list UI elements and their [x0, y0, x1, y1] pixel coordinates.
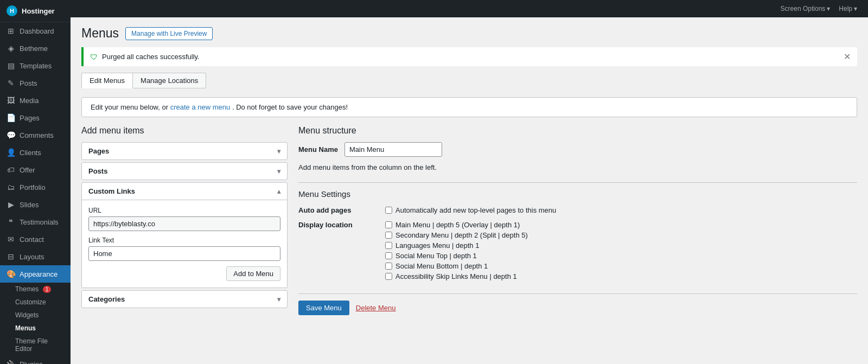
display-location-label: Display location — [298, 219, 385, 285]
plugins-icon: 🔌 — [7, 360, 15, 364]
screen-options-button[interactable]: Screen Options ▾ — [776, 5, 835, 12]
sidebar-item-label: Slides — [20, 201, 39, 209]
accordion-categories: Categories ▾ — [81, 290, 288, 308]
url-row: URL — [88, 207, 280, 231]
location-languages-menu-checkbox[interactable] — [385, 242, 392, 249]
sidebar-item-label: Layouts — [20, 253, 44, 261]
success-notice: 🛡 Purged all caches successfully. ✕ — [81, 47, 857, 66]
templates-icon: ▤ — [7, 61, 15, 70]
location-social-bottom-label: Social Menu Bottom | depth 1 — [395, 262, 488, 270]
sidebar-item-comments[interactable]: 💬 Comments — [0, 126, 71, 144]
url-input[interactable] — [88, 216, 280, 231]
menu-empty-note: Add menu items from the column on the le… — [298, 163, 857, 171]
screen-options-label: Screen Options — [781, 5, 826, 12]
sidebar-item-label: Plugins — [20, 360, 43, 365]
location-main-menu-checkbox[interactable] — [385, 221, 392, 228]
sidebar-item-media[interactable]: 🖼 Media — [0, 92, 71, 109]
display-location-value: Main Menu | depth 5 (Overlay | depth 1) … — [385, 219, 857, 285]
auto-add-checkbox[interactable] — [385, 207, 392, 214]
location-accessibility-checkbox[interactable] — [385, 273, 392, 280]
sidebar-item-layouts[interactable]: ⊟ Layouts — [0, 248, 71, 265]
menu-name-input[interactable] — [344, 142, 442, 157]
settings-table: Auto add pages Automatically add new top… — [298, 204, 857, 285]
accordion-categories-header[interactable]: Categories ▾ — [82, 291, 287, 308]
link-text-input[interactable] — [88, 246, 280, 261]
notice-text: Purged all caches successfully. — [102, 53, 200, 61]
link-text-label: Link Text — [88, 237, 280, 244]
sidebar-sub-item-themes[interactable]: Themes 1 — [0, 283, 71, 296]
themes-badge: 1 — [43, 286, 52, 293]
help-button[interactable]: Help ▾ — [834, 5, 861, 12]
link-text-row: Link Text — [88, 237, 280, 261]
notice-close-button[interactable]: ✕ — [844, 52, 851, 62]
save-menu-button[interactable]: Save Menu — [298, 301, 349, 315]
sidebar-item-betheme[interactable]: ◈ Betheme — [0, 40, 71, 57]
accordion-posts: Posts ▾ — [81, 162, 288, 180]
two-col-layout: Add menu items Pages ▾ Posts ▾ — [81, 126, 857, 315]
live-preview-button[interactable]: Manage with Live Preview — [125, 27, 213, 40]
help-label: Help — [839, 5, 852, 12]
accordion-custom-links-body: URL Link Text Add to Menu — [82, 200, 287, 288]
left-column: Add menu items Pages ▾ Posts ▾ — [81, 126, 288, 310]
location-secondary-menu-checkbox[interactable] — [385, 232, 392, 239]
display-location-row: Display location Main Menu | depth 5 (Ov… — [298, 219, 857, 285]
create-new-menu-link[interactable]: create a new menu — [170, 103, 231, 111]
testimonials-icon: ❝ — [7, 218, 15, 226]
theme-file-editor-label: Theme File Editor — [15, 337, 48, 353]
sidebar-item-label: Appearance — [20, 270, 58, 278]
sidebar: H Hostinger ⊞ Dashboard ◈ Betheme ▤ Temp… — [0, 0, 71, 364]
sidebar-sub-item-theme-file-editor[interactable]: Theme File Editor — [0, 335, 71, 355]
location-accessibility-label: Accessibility Skip Links Menu | depth 1 — [395, 272, 517, 280]
sidebar-item-dashboard[interactable]: ⊞ Dashboard — [0, 22, 71, 40]
sidebar-item-slides[interactable]: ▶ Slides — [0, 196, 71, 213]
location-secondary-menu-row: Secondary Menu | depth 2 (Split | depth … — [385, 231, 857, 239]
tab-bar: Edit Menus Manage Locations — [81, 73, 857, 88]
location-languages-menu-row: Languages Menu | depth 1 — [385, 241, 857, 250]
location-secondary-menu-label: Secondary Menu | depth 2 (Split | depth … — [395, 231, 528, 239]
menus-label: Menus — [15, 324, 36, 332]
tab-edit-menus[interactable]: Edit Menus — [81, 73, 133, 88]
sidebar-item-testimonials[interactable]: ❝ Testimonials — [0, 213, 71, 231]
location-main-menu-row: Main Menu | depth 5 (Overlay | depth 1) — [385, 221, 857, 229]
accordion-pages: Pages ▾ — [81, 142, 288, 160]
sidebar-sub-item-widgets[interactable]: Widgets — [0, 309, 71, 322]
sidebar-brand[interactable]: H Hostinger — [0, 0, 71, 22]
comments-icon: 💬 — [7, 131, 15, 139]
sidebar-item-clients[interactable]: 👤 Clients — [0, 144, 71, 161]
sidebar-item-pages[interactable]: 📄 Pages — [0, 109, 71, 126]
menu-settings-section: Menu Settings Auto add pages Automatical… — [298, 182, 857, 285]
tab-manage-locations[interactable]: Manage Locations — [133, 73, 206, 88]
sidebar-item-contact[interactable]: ✉ Contact — [0, 231, 71, 248]
media-icon: 🖼 — [7, 96, 15, 105]
sidebar-item-plugins[interactable]: 🔌 Plugins — [0, 355, 71, 364]
sidebar-item-appearance[interactable]: 🎨 Appearance — [0, 265, 71, 283]
accordion-custom-links-header[interactable]: Custom Links ▴ — [82, 183, 287, 200]
sidebar-item-label: Portfolio — [20, 183, 46, 191]
accordion-custom-links-label: Custom Links — [88, 187, 135, 195]
accordion-posts-label: Posts — [88, 167, 107, 175]
sidebar-item-offer[interactable]: 🏷 Offer — [0, 161, 71, 178]
accordion-pages-header[interactable]: Pages ▾ — [82, 143, 287, 159]
auto-add-label: Auto add pages — [298, 204, 385, 219]
accordion-posts-header[interactable]: Posts ▾ — [82, 163, 287, 180]
location-main-menu-label: Main Menu | depth 5 (Overlay | depth 1) — [395, 221, 520, 229]
info-bar: Edit your menu below, or create a new me… — [81, 97, 857, 117]
contact-icon: ✉ — [7, 235, 15, 244]
help-chevron-icon: ▾ — [854, 5, 857, 12]
sidebar-sub-item-menus[interactable]: Menus — [0, 322, 71, 335]
sidebar-item-posts[interactable]: ✎ Posts — [0, 74, 71, 92]
sidebar-sub-item-customize[interactable]: Customize — [0, 296, 71, 309]
menu-name-label: Menu Name — [298, 145, 338, 154]
accordion-categories-label: Categories — [88, 295, 125, 303]
content-area: Menus Manage with Live Preview 🛡 Purged … — [71, 17, 868, 364]
add-to-menu-button[interactable]: Add to Menu — [226, 266, 280, 281]
pages-icon: 📄 — [7, 113, 15, 122]
location-social-bottom-checkbox[interactable] — [385, 263, 392, 270]
sidebar-item-templates[interactable]: ▤ Templates — [0, 57, 71, 74]
sidebar-item-portfolio[interactable]: 🗂 Portfolio — [0, 178, 71, 196]
add-menu-items-title: Add menu items — [81, 126, 288, 136]
delete-menu-button[interactable]: Delete Menu — [356, 304, 396, 312]
location-accessibility-row: Accessibility Skip Links Menu | depth 1 — [385, 272, 857, 280]
location-social-top-checkbox[interactable] — [385, 252, 392, 259]
accordion-pages-label: Pages — [88, 147, 109, 155]
